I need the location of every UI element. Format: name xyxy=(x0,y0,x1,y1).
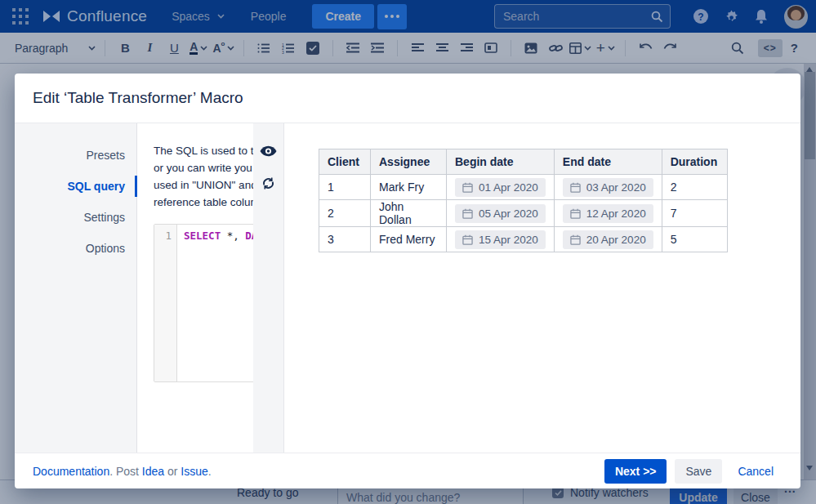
sidebar-item-presets[interactable]: Presets xyxy=(15,140,136,171)
calendar-icon xyxy=(570,208,581,219)
line-number-gutter: 1 xyxy=(154,225,177,381)
date-pill: 20 Apr 2020 xyxy=(563,230,653,249)
sql-code-line: SELECT *, DA xyxy=(177,225,253,381)
dialog-sidebar: PresetsSQL querySettingsOptions xyxy=(15,123,137,453)
description-line: reference table colum xyxy=(154,194,253,211)
sidebar-item-options[interactable]: Options xyxy=(15,233,136,264)
dialog-header: Edit ‘Table Transformer’ Macro xyxy=(15,74,800,123)
table-cell: 01 Apr 2020 xyxy=(447,175,555,200)
dialog-footer: Documentation. Post Idea or Issue. Next … xyxy=(15,453,800,488)
code-token: DA xyxy=(245,230,253,242)
refresh-button[interactable] xyxy=(259,173,279,193)
idea-link[interactable]: Idea xyxy=(142,465,164,478)
date-pill: 01 Apr 2020 xyxy=(455,178,546,197)
table-cell: Fred Merry xyxy=(371,227,447,252)
issue-link[interactable]: Issue xyxy=(181,465,207,478)
column-header: Duration xyxy=(662,149,727,175)
next-button[interactable]: Next >> xyxy=(604,459,667,484)
description-line: or you can write you xyxy=(154,159,253,176)
table-cell: 3 xyxy=(319,227,371,252)
line-number: 1 xyxy=(165,230,172,242)
documentation-link[interactable]: Documentation xyxy=(33,465,109,478)
column-header: Assignee xyxy=(371,149,447,175)
footer-text: . Post xyxy=(109,465,142,478)
date-pill: 15 Apr 2020 xyxy=(455,230,546,249)
table-cell: 20 Apr 2020 xyxy=(554,227,662,252)
footer-text: or xyxy=(164,465,181,478)
code-token: *, xyxy=(221,230,245,242)
sidebar-item-sql-query[interactable]: SQL query xyxy=(15,171,136,202)
calendar-icon xyxy=(462,182,473,193)
calendar-icon xyxy=(462,234,473,245)
table-cell: 5 xyxy=(662,227,727,252)
calendar-icon xyxy=(462,208,473,219)
description-line: used in "UNION" and xyxy=(154,176,253,194)
table-header-row: ClientAssigneeBegin dateEnd dateDuration xyxy=(319,149,728,175)
table-cell: 7 xyxy=(662,200,727,227)
panel-toolbar xyxy=(253,123,284,453)
table-row: 2John Dollan05 Apr 202012 Apr 20207 xyxy=(319,200,728,227)
preview-table: ClientAssigneeBegin dateEnd dateDuration… xyxy=(319,149,728,252)
table-cell: 12 Apr 2020 xyxy=(554,200,662,227)
sql-panel: The SQL is used to tror you can write yo… xyxy=(137,123,253,453)
calendar-icon xyxy=(570,182,581,193)
table-cell: 15 Apr 2020 xyxy=(447,227,555,252)
sql-description: The SQL is used to tror you can write yo… xyxy=(154,142,253,211)
column-header: Client xyxy=(319,149,371,175)
save-button[interactable]: Save xyxy=(675,459,722,484)
calendar-icon xyxy=(570,234,581,245)
column-header: End date xyxy=(554,149,662,175)
table-cell: John Dollan xyxy=(371,200,447,227)
macro-preview: ClientAssigneeBegin dateEnd dateDuration… xyxy=(284,123,800,453)
table-cell: 2 xyxy=(662,175,727,200)
dialog-body: PresetsSQL querySettingsOptions The SQL … xyxy=(15,123,800,453)
table-cell: Mark Fry xyxy=(371,175,447,200)
table-cell: 03 Apr 2020 xyxy=(554,175,662,200)
date-pill: 12 Apr 2020 xyxy=(563,204,653,223)
table-row: 3Fred Merry15 Apr 202020 Apr 20205 xyxy=(319,227,728,252)
eye-icon xyxy=(260,145,277,157)
table-row: 1Mark Fry01 Apr 202003 Apr 20202 xyxy=(319,175,728,200)
date-pill: 03 Apr 2020 xyxy=(563,178,653,197)
sql-code-editor[interactable]: 1 SELECT *, DA xyxy=(154,224,253,382)
date-pill: 05 Apr 2020 xyxy=(455,204,546,223)
dialog-title: Edit ‘Table Transformer’ Macro xyxy=(33,89,243,107)
macro-edit-dialog: Edit ‘Table Transformer’ Macro PresetsSQ… xyxy=(15,74,800,488)
description-line: The SQL is used to tr xyxy=(154,142,253,159)
code-token: SELECT xyxy=(184,230,221,242)
table-cell: 05 Apr 2020 xyxy=(447,200,555,227)
table-cell: 2 xyxy=(319,200,371,227)
column-header: Begin date xyxy=(447,149,555,175)
table-cell: 1 xyxy=(319,175,371,200)
footer-links: Documentation. Post Idea or Issue. xyxy=(33,465,212,478)
sidebar-item-settings[interactable]: Settings xyxy=(15,202,136,233)
preview-button[interactable] xyxy=(259,141,279,161)
footer-text: . xyxy=(208,465,212,478)
cancel-button[interactable]: Cancel xyxy=(727,459,784,484)
refresh-icon xyxy=(261,176,275,190)
